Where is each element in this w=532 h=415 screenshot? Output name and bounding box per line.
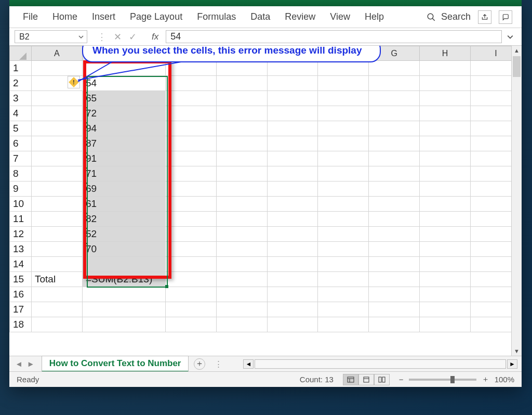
row-13[interactable]: 13 [10, 242, 32, 257]
vertical-scroll-thumb[interactable] [513, 56, 521, 77]
tab-data[interactable]: Data [243, 7, 277, 27]
add-sheet-button[interactable]: ＋ [194, 358, 205, 370]
row-11[interactable]: 11 [10, 212, 32, 227]
zoom-out-button[interactable]: − [399, 375, 404, 384]
cell-F3[interactable] [318, 91, 369, 106]
cell-H14[interactable] [420, 257, 471, 272]
cell-B10[interactable]: 61 [82, 197, 165, 212]
cell-E17[interactable] [267, 302, 318, 317]
cell-C15[interactable] [165, 272, 216, 287]
cell-E6[interactable] [267, 136, 318, 151]
row-2[interactable]: 2 [10, 76, 32, 91]
cell-D2[interactable] [216, 76, 267, 91]
cell-D17[interactable] [216, 302, 267, 317]
cell-F16[interactable] [318, 287, 369, 302]
cell-E3[interactable] [267, 91, 318, 106]
cell-B7[interactable]: 91 [82, 151, 165, 166]
view-page-layout-button[interactable] [358, 374, 374, 385]
row-7[interactable]: 7 [10, 151, 32, 166]
row-14[interactable]: 14 [10, 257, 32, 272]
cell-H7[interactable] [420, 151, 471, 166]
sheet-tab-active[interactable]: How to Convert Text to Number [42, 356, 189, 372]
cell-E2[interactable] [267, 76, 318, 91]
cell-F7[interactable] [318, 151, 369, 166]
cell-H6[interactable] [420, 136, 471, 151]
cell-F2[interactable] [318, 76, 369, 91]
fx-label[interactable]: fx [147, 30, 164, 43]
cell-E5[interactable] [267, 121, 318, 136]
row-10[interactable]: 10 [10, 197, 32, 212]
cell-A9[interactable] [31, 181, 82, 197]
view-page-break-button[interactable] [374, 374, 390, 385]
cell-A10[interactable] [31, 197, 82, 212]
zoom-level[interactable]: 100% [495, 375, 514, 384]
cancel-icon[interactable]: ✕ [114, 31, 122, 43]
cell-D6[interactable] [216, 136, 267, 151]
cell-A4[interactable] [31, 106, 82, 121]
tab-home[interactable]: Home [45, 7, 85, 27]
cell-E8[interactable] [267, 166, 318, 181]
cell-F14[interactable] [318, 257, 369, 272]
cell-H11[interactable] [420, 212, 471, 227]
cell-D12[interactable] [216, 227, 267, 242]
cell-A13[interactable] [31, 242, 82, 257]
cell-A11[interactable] [31, 212, 82, 227]
sheet-nav[interactable]: ◄ ► [14, 359, 36, 368]
cell-G5[interactable] [369, 121, 420, 136]
tab-file[interactable]: File [16, 7, 45, 27]
cell-E16[interactable] [267, 287, 318, 302]
cell-F8[interactable] [318, 166, 369, 181]
cell-C16[interactable] [165, 287, 216, 302]
scroll-left-icon[interactable]: ◄ [243, 359, 254, 369]
cell-C11[interactable] [165, 212, 216, 227]
col-H[interactable]: H [420, 46, 471, 61]
cell-B1[interactable] [82, 61, 165, 76]
name-box[interactable]: B2 [15, 30, 87, 43]
cell-A12[interactable] [31, 227, 82, 242]
cell-F11[interactable] [318, 212, 369, 227]
cell-B5[interactable]: 94 [82, 121, 165, 136]
cell-F10[interactable] [318, 197, 369, 212]
sheet-nav-prev-icon[interactable]: ◄ [14, 359, 24, 368]
cell-A5[interactable] [31, 121, 82, 136]
cell-H18[interactable] [420, 317, 471, 332]
cell-B8[interactable]: 71 [82, 166, 165, 181]
cell-A14[interactable] [31, 257, 82, 272]
cell-A15[interactable]: Total [31, 272, 82, 287]
cell-G4[interactable] [369, 106, 420, 121]
tab-review[interactable]: Review [277, 7, 323, 27]
cell-D14[interactable] [216, 257, 267, 272]
cell-A3[interactable] [31, 91, 82, 106]
cell-B3[interactable]: 65 [82, 91, 165, 106]
sheet-tab-resize-handle[interactable]: ⋮ [210, 359, 228, 369]
cell-A6[interactable] [31, 136, 82, 151]
row-3[interactable]: 3 [10, 91, 32, 106]
col-A[interactable]: A [31, 46, 82, 61]
cell-C6[interactable] [165, 136, 216, 151]
row-12[interactable]: 12 [10, 227, 32, 242]
cell-C8[interactable] [165, 166, 216, 181]
cell-B4[interactable]: 72 [82, 106, 165, 121]
horizontal-scroll-track[interactable] [255, 359, 506, 369]
cell-B15[interactable]: =SUM(B2:B13) [82, 272, 165, 287]
cell-D18[interactable] [216, 317, 267, 332]
horizontal-scrollbar[interactable]: ◄ ► [243, 359, 517, 369]
cell-E7[interactable] [267, 151, 318, 166]
row-8[interactable]: 8 [10, 166, 32, 181]
cell-G7[interactable] [369, 151, 420, 166]
cell-D3[interactable] [216, 91, 267, 106]
cell-B12[interactable]: 52 [82, 227, 165, 242]
row-17[interactable]: 17 [10, 302, 32, 317]
cell-B18[interactable] [82, 317, 165, 332]
cell-A16[interactable] [31, 287, 82, 302]
cell-C3[interactable] [165, 91, 216, 106]
cell-H13[interactable] [420, 242, 471, 257]
cell-E13[interactable] [267, 242, 318, 257]
zoom-slider[interactable] [409, 379, 476, 381]
cell-G15[interactable] [369, 272, 420, 287]
zoom-in-button[interactable]: ＋ [482, 374, 489, 384]
cell-D16[interactable] [216, 287, 267, 302]
worksheet-grid[interactable]: A B C D E F G H I 1254365472594687791871… [9, 46, 522, 356]
cell-F12[interactable] [318, 227, 369, 242]
tab-formulas[interactable]: Formulas [190, 7, 243, 27]
